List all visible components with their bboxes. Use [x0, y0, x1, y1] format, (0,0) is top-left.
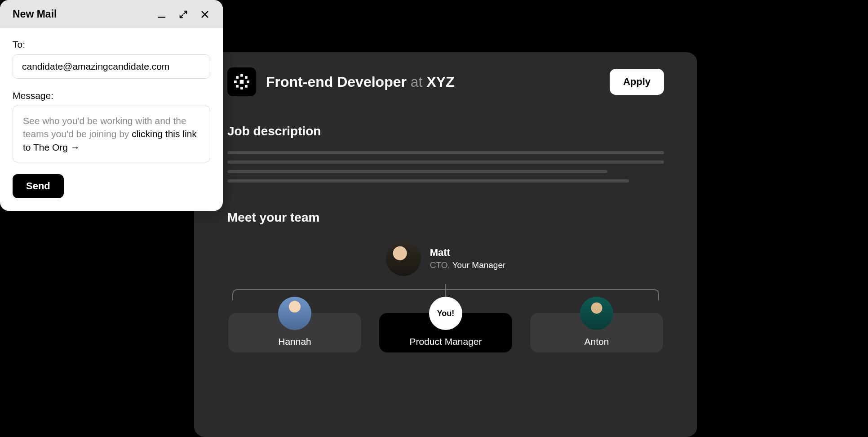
- team-card-you[interactable]: You! Product Manager: [379, 297, 512, 352]
- compose-window-actions: [156, 9, 210, 20]
- svg-rect-4: [236, 76, 239, 79]
- job-role: Front-end Developer: [266, 74, 407, 90]
- manager-title-highlight: Your Manager: [452, 260, 506, 270]
- compose-window: New Mail To: Message: See who you'd be w…: [0, 0, 223, 211]
- to-label: To:: [13, 39, 210, 50]
- svg-rect-5: [245, 76, 248, 79]
- svg-rect-8: [240, 80, 244, 84]
- expand-button[interactable]: [178, 9, 189, 20]
- svg-rect-6: [236, 85, 239, 88]
- compose-body: To: Message: See who you'd be working wi…: [0, 28, 223, 211]
- close-button[interactable]: [199, 9, 210, 20]
- you-badge: You!: [429, 297, 462, 330]
- compose-header: New Mail: [0, 0, 223, 28]
- message-input[interactable]: See who you'd be working with and the te…: [13, 106, 210, 162]
- minimize-button[interactable]: [156, 9, 167, 20]
- minimize-icon: [157, 9, 167, 19]
- job-company: XYZ: [426, 74, 454, 90]
- job-at-word: at: [411, 74, 423, 90]
- company-logo: [227, 67, 256, 96]
- team-cards-row: Hannah You! Product Manager Anton: [227, 297, 664, 352]
- meet-team-heading: Meet your team: [227, 210, 664, 225]
- manager-title-prefix: CTO,: [430, 260, 452, 270]
- manager-avatar: [386, 241, 421, 276]
- send-button[interactable]: Send: [13, 174, 64, 198]
- job-header: Front-end Developer at XYZ Apply: [227, 67, 664, 96]
- job-title: Front-end Developer at XYZ: [266, 74, 455, 90]
- svg-rect-2: [234, 80, 237, 83]
- message-label: Message:: [13, 90, 210, 101]
- team-section: Meet your team Matt CTO, Your Manager Ha…: [227, 210, 664, 352]
- job-description-placeholder: [227, 151, 664, 183]
- logo-glyph-icon: [234, 74, 249, 89]
- job-panel: Front-end Developer at XYZ Apply Job des…: [194, 52, 697, 437]
- svg-rect-3: [247, 80, 249, 83]
- hannah-avatar: [278, 297, 311, 330]
- manager-name: Matt: [430, 247, 506, 259]
- team-card-hannah[interactable]: Hannah: [228, 297, 361, 352]
- job-description-heading: Job description: [227, 124, 664, 138]
- svg-rect-7: [245, 85, 248, 88]
- manager-role: CTO, Your Manager: [430, 260, 506, 270]
- expand-icon: [178, 9, 188, 19]
- manager-row: Matt CTO, Your Manager: [227, 241, 664, 276]
- close-icon: [200, 9, 210, 19]
- manager-text: Matt CTO, Your Manager: [430, 247, 506, 270]
- compose-title: New Mail: [13, 8, 57, 20]
- svg-rect-0: [240, 74, 243, 77]
- team-card-anton[interactable]: Anton: [530, 297, 663, 352]
- to-input[interactable]: [13, 54, 210, 79]
- apply-button[interactable]: Apply: [610, 69, 664, 95]
- anton-avatar: [580, 297, 613, 330]
- svg-rect-1: [240, 87, 243, 89]
